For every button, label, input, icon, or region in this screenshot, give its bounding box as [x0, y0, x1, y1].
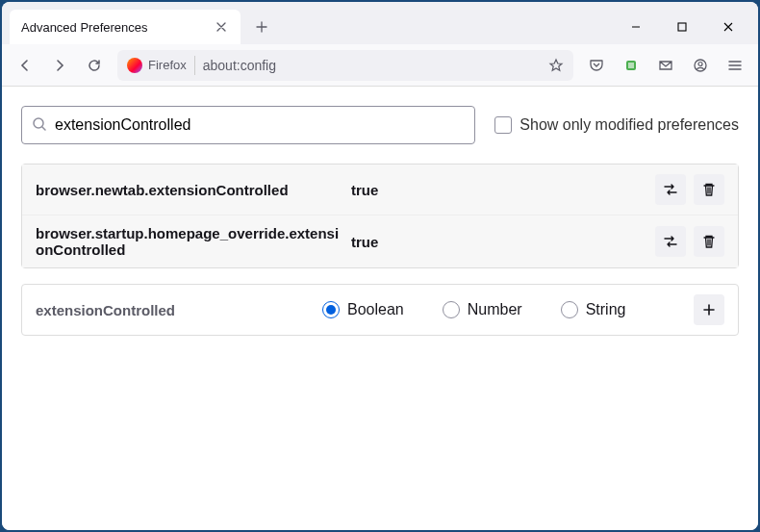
account-icon[interactable]: [685, 50, 716, 81]
firefox-logo-icon: [127, 58, 142, 73]
delete-button[interactable]: [694, 174, 724, 205]
radio-icon: [322, 301, 340, 318]
svg-point-4: [698, 62, 702, 65]
toggle-button[interactable]: [655, 226, 686, 257]
add-pref-name: extensionControlled: [36, 302, 315, 318]
menu-icon[interactable]: [720, 50, 750, 81]
radio-icon: [561, 301, 578, 318]
tab-title: Advanced Preferences: [21, 20, 148, 35]
extension-icon[interactable]: [616, 50, 646, 81]
page-content: Show only modified preferences browser.n…: [2, 87, 758, 530]
browser-window: Advanced Preferences: [2, 2, 758, 530]
pref-name: browser.startup.homepage_override.extens…: [36, 225, 343, 258]
tab-bar: Advanced Preferences: [2, 2, 758, 44]
forward-button[interactable]: [44, 50, 75, 81]
mail-icon[interactable]: [650, 50, 681, 81]
toolbar: Firefox about:config: [2, 44, 758, 87]
pref-row[interactable]: browser.newtab.extensionControlled true: [22, 165, 738, 215]
reload-button[interactable]: [79, 50, 110, 81]
radio-label: Boolean: [347, 301, 404, 318]
search-row: Show only modified preferences: [21, 106, 739, 144]
radio-string[interactable]: String: [561, 301, 626, 318]
preference-list: browser.newtab.extensionControlled true …: [21, 164, 739, 268]
pref-search-input[interactable]: [55, 116, 465, 134]
url-text: about:config: [203, 58, 539, 73]
search-icon: [32, 116, 47, 135]
identity-label: Firefox: [148, 58, 187, 72]
radio-boolean[interactable]: Boolean: [322, 301, 404, 318]
new-tab-button[interactable]: [248, 13, 275, 40]
pref-actions: [655, 226, 724, 257]
window-controls: [614, 12, 750, 42]
radio-label: String: [586, 301, 626, 318]
add-pref-row: extensionControlled Boolean Number Strin…: [21, 284, 739, 336]
pref-value: true: [351, 182, 647, 198]
show-modified-checkbox[interactable]: Show only modified preferences: [494, 116, 739, 134]
pref-row[interactable]: browser.startup.homepage_override.extens…: [22, 215, 738, 267]
svg-rect-0: [678, 23, 686, 31]
checkbox-icon: [494, 116, 512, 134]
radio-label: Number: [468, 301, 522, 318]
pref-search-box[interactable]: [21, 106, 475, 144]
maximize-button[interactable]: [660, 12, 704, 42]
minimize-button[interactable]: [614, 12, 658, 42]
add-button[interactable]: [694, 294, 724, 325]
radio-icon: [443, 301, 460, 318]
pocket-icon[interactable]: [581, 50, 612, 81]
pref-actions: [655, 174, 724, 205]
radio-number[interactable]: Number: [443, 301, 522, 318]
show-modified-label: Show only modified preferences: [519, 116, 739, 134]
bookmark-star-icon[interactable]: [546, 56, 566, 75]
svg-rect-2: [628, 63, 634, 68]
browser-tab[interactable]: Advanced Preferences: [10, 10, 241, 44]
address-bar[interactable]: Firefox about:config: [117, 50, 573, 81]
toggle-button[interactable]: [655, 174, 686, 205]
site-identity[interactable]: Firefox: [125, 56, 195, 75]
pref-name: browser.newtab.extensionControlled: [36, 182, 343, 198]
pref-value: true: [351, 234, 647, 250]
back-button[interactable]: [10, 50, 40, 81]
delete-button[interactable]: [694, 226, 724, 257]
close-tab-icon[interactable]: [214, 19, 229, 35]
type-radio-group: Boolean Number String: [322, 301, 686, 318]
close-window-button[interactable]: [706, 12, 750, 42]
